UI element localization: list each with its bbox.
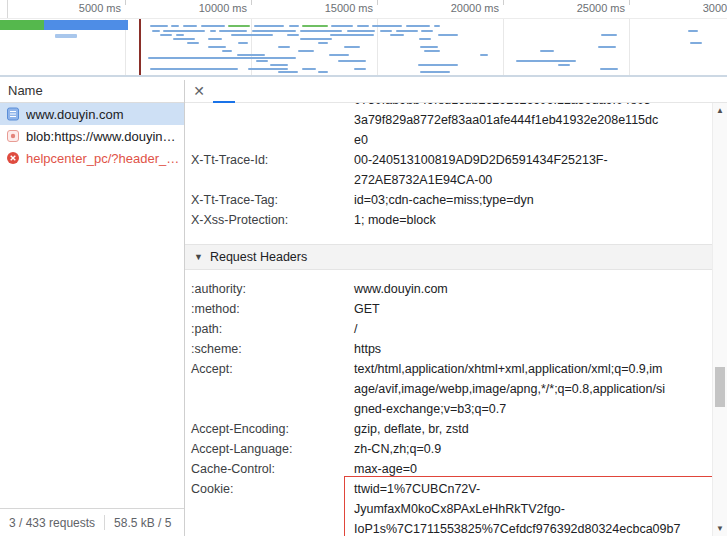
requests-count: 3 / 433 requests xyxy=(0,516,104,530)
waterfall-bar xyxy=(183,25,197,27)
waterfall-bar xyxy=(406,25,430,27)
header-key: Accept-Language: xyxy=(191,439,354,459)
waterfall-bar xyxy=(219,30,247,32)
request-list: www.douyin.com blob:https://www.douyin… xyxy=(0,103,184,508)
waterfall-bar xyxy=(300,30,342,32)
name-column-header[interactable]: Name xyxy=(0,80,184,103)
waterfall-bar xyxy=(390,34,404,36)
header-value: ttwid=1%7CUBCn72V-JyumfaxM0koCx8PAxLeHhR… xyxy=(354,479,712,536)
header-key: :method: xyxy=(191,299,354,319)
tab[interactable] xyxy=(323,80,345,103)
waterfall-bar xyxy=(228,25,250,27)
header-value: GET xyxy=(354,299,712,319)
header-value: zh-CN,zh;q=0.9 xyxy=(354,439,712,459)
waterfall-bar xyxy=(278,71,298,73)
waterfall-bar xyxy=(344,46,360,48)
waterfall-bar xyxy=(171,25,179,27)
waterfall-bar xyxy=(434,25,440,27)
waterfall-bar xyxy=(354,68,366,70)
tab[interactable] xyxy=(257,80,279,103)
section-title: Request Headers xyxy=(210,245,307,269)
waterfall-bar xyxy=(287,34,299,36)
waterfall-bar xyxy=(148,57,296,59)
header-value: / xyxy=(354,319,712,339)
tab[interactable] xyxy=(235,80,257,103)
header-key: Accept: xyxy=(191,359,354,379)
waterfall-bar xyxy=(300,38,332,40)
scrollbar-thumb[interactable] xyxy=(715,367,725,407)
waterfall-bar xyxy=(289,25,299,27)
waterfall-bar xyxy=(318,42,328,44)
waterfall-bar xyxy=(420,46,438,48)
scroll-down-icon[interactable]: ▼ xyxy=(713,524,727,533)
response-headers-rows: 0750fab9bb49fed1cdb26292c26c06f12a59da9f… xyxy=(191,103,712,230)
ruler-origin-line xyxy=(7,0,8,18)
waterfall-bar xyxy=(238,42,248,44)
waterfall-bar xyxy=(558,64,570,66)
waterfall-bar xyxy=(688,30,698,32)
tab[interactable] xyxy=(301,80,323,103)
waterfall-bar xyxy=(298,50,314,52)
header-row: :authority: www.douyin.com xyxy=(191,279,712,299)
detail-tab-bar: ✕ xyxy=(185,80,727,103)
waterfall-bar xyxy=(330,34,374,36)
vertical-scrollbar[interactable]: ▲ ▼ xyxy=(712,103,727,536)
header-value: id=03;cdn-cache=miss;type=dyn xyxy=(354,190,712,210)
waterfall-bar xyxy=(331,25,353,27)
header-row: Accept-Language: zh-CN,zh;q=0.9 xyxy=(191,439,712,459)
detail-tabs xyxy=(213,80,345,103)
waterfall-bar xyxy=(176,34,184,36)
waterfall-bar xyxy=(540,50,554,52)
waterfall-bar xyxy=(338,60,366,62)
header-value: 1; mode=block xyxy=(354,210,712,230)
waterfall-bar xyxy=(44,20,128,30)
tick-label: 5000 ms xyxy=(79,2,121,14)
waterfall-bar xyxy=(55,34,77,38)
waterfall-bar xyxy=(150,25,168,27)
error-icon xyxy=(6,151,20,165)
header-row: 0750fab9bb49fed1cdb26292c26c06f12a59da9f… xyxy=(191,103,712,150)
requests-panel: Name www.douyin.com xyxy=(0,80,185,536)
waterfall-bar xyxy=(222,50,232,52)
tab[interactable] xyxy=(279,80,301,103)
waterfall-bar xyxy=(160,34,172,36)
header-key: :path: xyxy=(191,319,354,339)
tab[interactable] xyxy=(213,80,235,103)
collapse-triangle-icon: ▼ xyxy=(194,245,203,269)
request-headers-section[interactable]: ▼ Request Headers xyxy=(185,244,712,270)
scroll-up-icon[interactable]: ▲ xyxy=(713,106,727,115)
waterfall-bar xyxy=(421,30,433,32)
headers-content[interactable]: 0750fab9bb49fed1cdb26292c26c06f12a59da9f… xyxy=(185,103,712,536)
waterfall-bar xyxy=(254,25,284,27)
waterfall-bar xyxy=(173,38,195,40)
header-value: text/html,application/xhtml+xml,applicat… xyxy=(354,359,712,419)
overview-bottom-border xyxy=(0,75,727,77)
waterfall-bar xyxy=(357,25,369,27)
waterfall-bar xyxy=(516,60,576,62)
waterfall-bar xyxy=(690,42,702,44)
status-bar: 3 / 433 requests 58.5 kB / 5 xyxy=(0,508,184,536)
request-row[interactable]: helpcenter_pc/?header_t… xyxy=(0,147,184,169)
network-overview[interactable]: 5000 ms 10000 ms 15000 ms 20000 ms 2 xyxy=(0,0,727,80)
request-row[interactable]: www.douyin.com xyxy=(0,103,184,125)
waterfall-bar xyxy=(270,64,288,66)
close-icon[interactable]: ✕ xyxy=(185,83,213,99)
request-name: helpcenter_pc/?header_t… xyxy=(26,151,180,166)
waterfall-bar xyxy=(278,46,290,48)
header-row: Cookie: ttwid=1%7CUBCn72V-JyumfaxM0koCx8… xyxy=(191,479,712,536)
request-row[interactable]: blob:https://www.douyin… xyxy=(0,125,184,147)
header-value: 0750fab9bb49fed1cdb26292c26c06f12a59da9f… xyxy=(354,103,712,150)
header-key: :authority: xyxy=(191,279,354,299)
waterfall-bar xyxy=(248,68,288,70)
waterfall-bar xyxy=(424,50,440,52)
waterfall-bar xyxy=(329,54,349,56)
header-value: www.douyin.com xyxy=(354,279,712,299)
header-value: 00-240513100819AD9D2D6591434F25213F-272A… xyxy=(354,150,712,190)
header-row: :method: GET xyxy=(191,299,712,319)
header-value: max-age=0 xyxy=(354,459,712,479)
waterfall-bar xyxy=(256,60,268,62)
header-key: X-Tt-Trace-Tag: xyxy=(191,190,354,210)
tick-label: 25000 ms xyxy=(577,2,625,14)
header-key: Accept-Encoding: xyxy=(191,419,354,439)
waterfall-bar xyxy=(302,25,328,27)
